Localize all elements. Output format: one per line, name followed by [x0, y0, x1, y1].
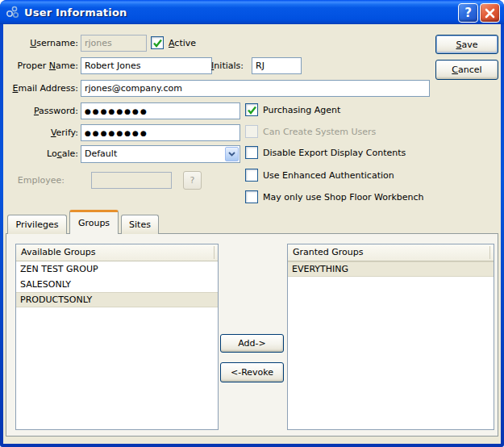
- active-label: Active: [169, 36, 196, 48]
- username-input[interactable]: [81, 35, 147, 52]
- employee-label: Employee:: [3, 175, 65, 186]
- email-label: Email Address:: [3, 83, 78, 94]
- list-item[interactable]: EVERYTHING: [288, 261, 494, 277]
- proper-name-label: Proper Name:: [3, 61, 78, 71]
- list-item[interactable]: ZEN TEST GROUP: [16, 261, 218, 277]
- initials-input[interactable]: [252, 57, 302, 74]
- disable-export-label: Disable Export Display Contents: [263, 146, 406, 158]
- employee-input: [91, 172, 172, 189]
- tab-sites-label: Sites: [129, 219, 151, 230]
- purchasing-agent-checkbox[interactable]: Purchasing Agent: [245, 103, 340, 116]
- add-button-label: Add->: [238, 338, 265, 349]
- shop-floor-label: May only use Shop Floor Workbench: [263, 190, 424, 203]
- cancel-button[interactable]: Cancel: [435, 60, 498, 80]
- verify-label: Verify:: [3, 127, 78, 138]
- password-label: Password:: [3, 106, 78, 116]
- locale-select[interactable]: Default: [81, 145, 240, 163]
- can-create-users-label: Can Create System Users: [263, 125, 376, 137]
- close-icon: [485, 8, 495, 19]
- username-label: Username:: [3, 38, 78, 48]
- list-item[interactable]: SALESONLY: [16, 277, 218, 292]
- available-groups-rows: ZEN TEST GROUPSALESONLYPRODUCTSONLY: [16, 261, 218, 307]
- save-button[interactable]: Save: [435, 35, 498, 54]
- proper-name-input[interactable]: [81, 57, 212, 74]
- save-label: Save: [456, 40, 477, 50]
- checkbox-box: [245, 103, 258, 116]
- password-input[interactable]: [81, 102, 240, 119]
- tab-privileges-label: Privileges: [16, 219, 59, 230]
- tab-groups-label: Groups: [78, 218, 110, 228]
- checkbox-box: [245, 190, 258, 203]
- users-group-icon: [6, 5, 20, 19]
- cancel-label: Cancel: [452, 65, 481, 75]
- available-groups-list[interactable]: Available Groups ZEN TEST GROUPSALESONLY…: [15, 244, 219, 430]
- disable-export-checkbox[interactable]: Disable Export Display Contents: [245, 146, 406, 159]
- titlebar[interactable]: User Information ?: [0, 0, 504, 24]
- list-item[interactable]: PRODUCTSONLY: [16, 292, 218, 307]
- window-title: User Information: [24, 6, 127, 19]
- checkbox-box: [245, 125, 258, 138]
- add-button[interactable]: Add->: [220, 334, 284, 353]
- close-button[interactable]: [480, 3, 500, 23]
- granted-groups-rows: EVERYTHING: [288, 261, 494, 277]
- tab-sites[interactable]: Sites: [121, 215, 159, 234]
- user-information-window: User Information ? Username: Active: [0, 0, 504, 447]
- checkbox-box: [151, 36, 164, 49]
- chevron-down-icon[interactable]: [225, 147, 239, 161]
- can-create-users-checkbox: Can Create System Users: [245, 125, 376, 138]
- purchasing-agent-label: Purchasing Agent: [263, 103, 340, 115]
- help-button[interactable]: ?: [458, 3, 478, 23]
- granted-groups-header[interactable]: Granted Groups: [288, 244, 494, 261]
- revoke-button[interactable]: <-Revoke: [220, 362, 284, 382]
- active-checkbox[interactable]: Active: [151, 36, 196, 49]
- revoke-button-label: <-Revoke: [231, 367, 273, 378]
- shop-floor-checkbox[interactable]: May only use Shop Floor Workbench: [245, 190, 424, 203]
- check-icon: [247, 105, 257, 115]
- checkbox-box: [245, 146, 258, 159]
- enhanced-auth-checkbox[interactable]: Use Enhanced Authentication: [245, 169, 394, 182]
- email-input[interactable]: [81, 80, 430, 97]
- checkbox-box: [245, 169, 258, 182]
- employee-lookup-label: ?: [190, 175, 195, 186]
- enhanced-auth-label: Use Enhanced Authentication: [263, 169, 394, 181]
- check-icon: [152, 38, 163, 48]
- available-groups-header[interactable]: Available Groups: [16, 244, 218, 261]
- granted-groups-list[interactable]: Granted Groups EVERYTHING: [287, 244, 494, 430]
- help-icon: ?: [464, 6, 472, 20]
- tab-groups[interactable]: Groups: [69, 210, 119, 234]
- dialog-body: Username: Active Proper Name: Initials: …: [3, 24, 501, 444]
- verify-input[interactable]: [81, 124, 240, 141]
- locale-label: Locale:: [3, 148, 78, 159]
- employee-lookup-button: ?: [183, 171, 202, 190]
- groups-tab-panel: Available Groups ZEN TEST GROUPSALESONLY…: [6, 233, 498, 437]
- locale-value: Default: [85, 148, 117, 159]
- initials-label: Initials:: [195, 61, 244, 71]
- tab-privileges[interactable]: Privileges: [7, 215, 67, 234]
